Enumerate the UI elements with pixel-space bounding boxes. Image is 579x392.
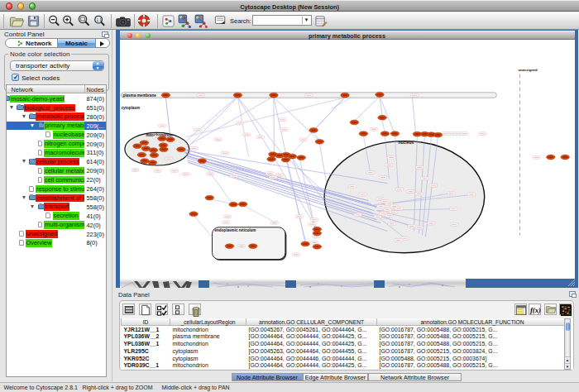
svg-text:nucleus: nucleus [398, 140, 414, 145]
svg-text:plasma membrane: plasma membrane [122, 93, 156, 98]
svg-text:1:1: 1:1 [96, 17, 102, 22]
svg-text:f(x): f(x) [530, 306, 541, 314]
svg-text:cytoplasm: cytoplasm [121, 107, 140, 111]
svg-text:unassigned: unassigned [518, 68, 538, 72]
svg-text:endoplasmic reticulum: endoplasmic reticulum [214, 229, 256, 233]
